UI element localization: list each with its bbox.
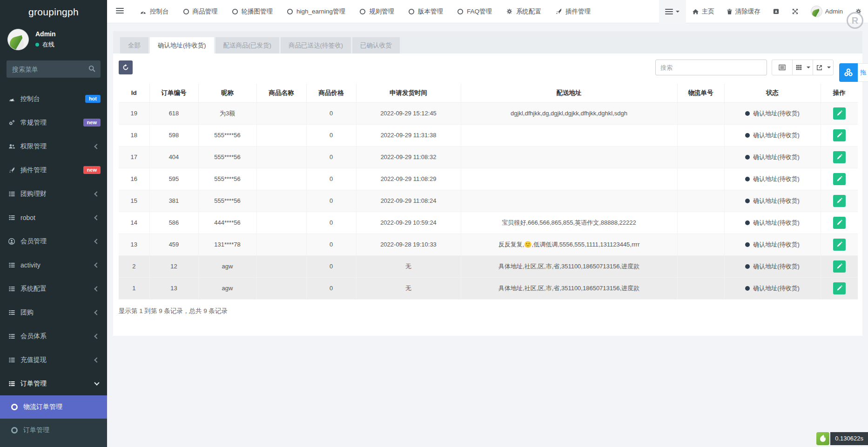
sidebar-item-1[interactable]: 控制台hot xyxy=(0,87,107,111)
column-header-8[interactable]: 物流单号 xyxy=(677,84,724,102)
table-row[interactable]: 13459131****7802022-09-28 19:10:33反反复复,🙂… xyxy=(119,234,858,255)
edit-button[interactable] xyxy=(833,282,846,294)
sidebar-item-11[interactable]: 会员体系 xyxy=(0,324,107,348)
sidebar-subitem-1[interactable]: 物流订单管理 xyxy=(0,395,107,419)
sidebar-item-10[interactable]: 团购 xyxy=(0,300,107,324)
rocket-icon xyxy=(7,167,16,173)
sidebar-item-8[interactable]: activity xyxy=(0,253,107,277)
fullscreen-button[interactable] xyxy=(786,0,805,23)
tabs-dropdown-button[interactable] xyxy=(659,0,686,23)
status-label: 确认地址(待收货) xyxy=(753,110,800,117)
cell-price: 0 xyxy=(306,146,356,168)
record-summary: 显示第 1 到第 9 条记录，总共 9 条记录 xyxy=(119,307,857,315)
table-row[interactable]: 113agw0无具体地址,社区,区,市,省,351100,18650713156… xyxy=(119,277,858,299)
circle-icon xyxy=(183,8,189,15)
table-row[interactable]: 16595555****5602022-09-29 11:08:29确认地址(待… xyxy=(119,168,858,190)
column-header-4[interactable]: 商品名称 xyxy=(256,84,306,102)
topnav-tab-6[interactable]: 版本管理 xyxy=(401,0,450,23)
user-panel: Admin 在线 xyxy=(0,24,107,56)
table-row[interactable]: 19618为3额02022-09-29 15:12:45dgjkl,dfhjkk… xyxy=(119,102,858,124)
topnav-tab-9[interactable]: 插件管理 xyxy=(548,0,598,23)
sidebar-item-12[interactable]: 充值提现 xyxy=(0,348,107,372)
sidebar-subitem-2[interactable]: 订单管理 xyxy=(0,419,107,442)
topnav-tab-8[interactable]: 系统配置 xyxy=(499,0,548,23)
sidebar-item-7[interactable]: 会员管理 xyxy=(0,229,107,253)
cell-apply_time: 2022-09-29 15:12:45 xyxy=(356,102,461,124)
status-dot-icon xyxy=(745,264,750,269)
edit-button[interactable] xyxy=(833,260,846,273)
cell-address: 反反复复,🙂,低调低调,5556,555,1111,131123445,rrrr xyxy=(461,234,677,255)
column-header-5[interactable]: 商品价格 xyxy=(306,84,356,102)
table-row[interactable]: 14586444****5602022-09-29 10:59:24宝贝很好,6… xyxy=(119,212,858,234)
edit-button[interactable] xyxy=(833,239,846,251)
column-header-3[interactable]: 昵称 xyxy=(198,84,256,102)
column-header-2[interactable]: 订单编号 xyxy=(149,84,198,102)
sidebar-item-9[interactable]: 系统配置 xyxy=(0,277,107,300)
brand-logo[interactable]: groupingph xyxy=(0,0,107,24)
topnav-tab-5[interactable]: 规则管理 xyxy=(352,0,401,23)
tab-2[interactable]: 确认地址(待收货) xyxy=(150,37,214,53)
topnav-tab-2[interactable]: 商品管理 xyxy=(176,0,225,23)
columns-button[interactable] xyxy=(792,60,813,75)
chevron-left-icon xyxy=(94,310,99,315)
detail-view-button[interactable] xyxy=(772,60,793,75)
edit-button[interactable] xyxy=(833,195,846,207)
column-header-6[interactable]: 申请发货时间 xyxy=(356,84,461,102)
export-button[interactable] xyxy=(813,60,834,75)
language-button[interactable] xyxy=(767,0,786,23)
cell-nickname: 555****56 xyxy=(198,124,256,146)
avatar[interactable] xyxy=(7,29,29,50)
edit-button[interactable] xyxy=(833,217,846,229)
column-header-10[interactable]: 操作 xyxy=(821,84,858,102)
gears-icon xyxy=(7,119,16,127)
column-header-1[interactable]: Id xyxy=(119,84,149,102)
cell-product_name xyxy=(256,255,306,277)
topnav-tab-1[interactable]: 控制台 xyxy=(133,0,176,23)
edit-button[interactable] xyxy=(833,107,846,120)
sidebar-item-2[interactable]: 常规管理new xyxy=(0,111,107,134)
cell-operation xyxy=(821,277,858,299)
table-search-input[interactable] xyxy=(655,60,767,75)
tab-5[interactable]: 已确认收货 xyxy=(352,37,400,53)
sidebar-item-5[interactable]: 团购理财 xyxy=(0,182,107,206)
sidebar-item-6[interactable]: robot xyxy=(0,206,107,229)
tab-3[interactable]: 配送商品(已发货) xyxy=(215,37,280,53)
menu-search-input[interactable] xyxy=(7,60,101,78)
drag-sort-button[interactable] xyxy=(839,63,858,82)
sidebar: groupingph Admin 在线 控制台hot常规管理new权限管理插件管… xyxy=(0,0,107,447)
cell-address: dgjkl,dfhjkk,dg,dgjkl,dgjkk,dfhjkk,dghkl… xyxy=(461,102,677,124)
home-link[interactable]: 主页 xyxy=(686,0,720,23)
clear-cache-button[interactable]: 清除缓存 xyxy=(720,0,767,23)
sidebar-toggle-button[interactable] xyxy=(107,7,133,17)
topnav-tab-3[interactable]: 轮播图管理 xyxy=(225,0,280,23)
sidebar-item-3[interactable]: 权限管理 xyxy=(0,134,107,158)
cell-order_no: 586 xyxy=(149,212,198,234)
tab-4[interactable]: 商品已送达(待签收) xyxy=(281,37,351,53)
refresh-button[interactable] xyxy=(119,60,133,74)
table-row[interactable]: 17404555****5602022-09-29 11:08:32确认地址(待… xyxy=(119,146,858,168)
users-icon xyxy=(7,143,16,150)
table-row[interactable]: 18598555****5602022-09-29 11:31:38确认地址(待… xyxy=(119,124,858,146)
tab-1[interactable]: 全部 xyxy=(120,37,148,53)
drag-hint[interactable]: 拖 xyxy=(858,63,868,82)
edit-button[interactable] xyxy=(833,173,846,185)
cell-nickname: 131****78 xyxy=(198,234,256,255)
sidebar-menu: 控制台hot常规管理new权限管理插件管理new团购理财robot会员管理act… xyxy=(0,87,107,447)
topnav-tab-7[interactable]: FAQ管理 xyxy=(450,0,499,23)
cell-tracking_no xyxy=(677,146,724,168)
column-header-9[interactable]: 状态 xyxy=(724,84,821,102)
sidebar-item-4[interactable]: 插件管理new xyxy=(0,158,107,182)
column-header-7[interactable]: 配送地址 xyxy=(461,84,677,102)
cell-id: 14 xyxy=(119,212,149,234)
cell-nickname: agw xyxy=(198,277,256,299)
edit-button[interactable] xyxy=(833,151,846,163)
table-row[interactable]: 15381555****5602022-09-29 11:08:24确认地址(待… xyxy=(119,190,858,212)
user-menu[interactable]: Admin xyxy=(805,0,849,23)
table-row[interactable]: 212agw0无具体地址,社区,区,市,省,351100,18650713156… xyxy=(119,255,858,277)
edit-button[interactable] xyxy=(833,129,846,141)
search-icon[interactable] xyxy=(88,65,96,73)
topnav-tab-4[interactable]: high_earning管理 xyxy=(280,0,352,23)
sidebar-item-13[interactable]: 订单管理 xyxy=(0,372,107,395)
cell-order_no: 13 xyxy=(149,277,198,299)
status-dot-icon xyxy=(745,177,750,181)
